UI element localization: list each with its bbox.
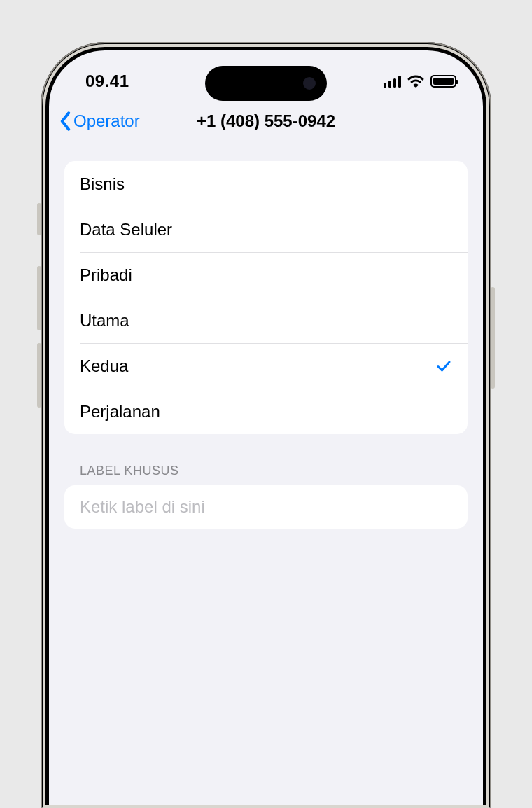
label-option-kedua[interactable]: Kedua [64, 343, 468, 389]
label-options-group: Bisnis Data Seluler Pribadi Utama Kedua [64, 161, 468, 434]
label-option-text: Pribadi [80, 265, 132, 285]
back-button[interactable]: Operator [59, 111, 140, 131]
label-option-text: Data Seluler [80, 220, 172, 239]
silence-switch [37, 203, 41, 235]
label-option-text: Perjalanan [80, 402, 160, 422]
custom-label-header: LABEL KHUSUS [64, 434, 468, 485]
status-time: 09.41 [85, 71, 130, 91]
power-button [491, 287, 495, 389]
nav-bar: Operator +1 (408) 555-0942 [49, 99, 483, 143]
label-option-bisnis[interactable]: Bisnis [64, 161, 468, 207]
status-icons [384, 75, 457, 88]
screen: 09.41 Operator +1 (408) 555-094 [49, 50, 483, 808]
dynamic-island [205, 66, 327, 101]
phone-frame: 09.41 Operator +1 (408) 555-094 [41, 42, 491, 808]
battery-icon [430, 75, 456, 88]
label-option-pribadi[interactable]: Pribadi [64, 252, 468, 298]
checkmark-icon [435, 358, 452, 375]
cellular-signal-icon [384, 76, 402, 88]
volume-down-button [37, 343, 41, 408]
label-option-text: Kedua [80, 356, 128, 376]
volume-up-button [37, 266, 41, 330]
content: Bisnis Data Seluler Pribadi Utama Kedua [49, 143, 483, 529]
label-option-utama[interactable]: Utama [64, 298, 468, 343]
label-option-perjalanan[interactable]: Perjalanan [64, 389, 468, 434]
label-option-data-seluler[interactable]: Data Seluler [64, 207, 468, 252]
chevron-left-icon [59, 111, 72, 131]
custom-label-input[interactable] [80, 497, 452, 517]
back-label: Operator [74, 111, 140, 131]
custom-label-group [64, 485, 468, 529]
wifi-icon [407, 75, 424, 88]
label-option-text: Bisnis [80, 174, 125, 194]
label-option-text: Utama [80, 311, 130, 330]
